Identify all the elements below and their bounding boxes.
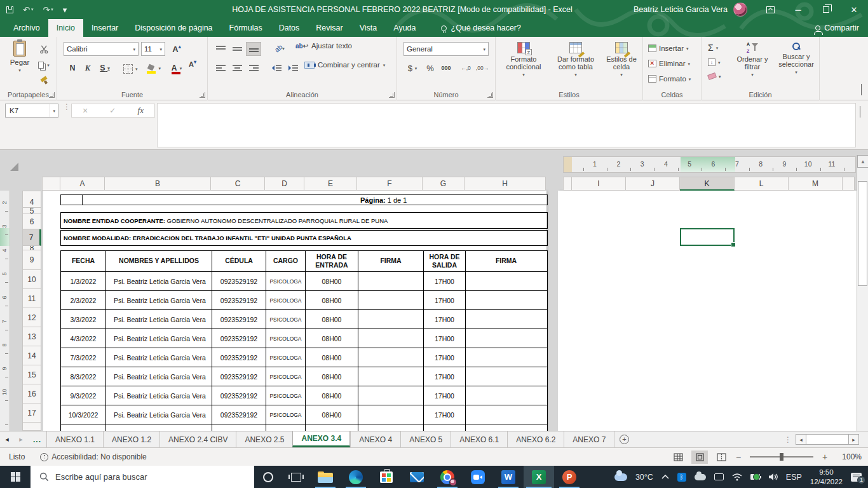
percent-format-button[interactable]: %	[424, 61, 437, 75]
wrap-text-button[interactable]: ab↩ Ajustar texto	[295, 42, 352, 50]
tell-me-search[interactable]: ¿Qué desea hacer?	[441, 19, 522, 37]
column-header-l[interactable]: L	[735, 177, 789, 191]
ribbon-tab-archivo[interactable]: Archivo	[5, 19, 48, 37]
attendance-cell[interactable]: 17H00	[423, 405, 465, 424]
attendance-cell[interactable]	[465, 348, 546, 367]
clear-button[interactable]: ▾	[708, 74, 721, 79]
number-dialog-launcher-icon[interactable]	[487, 92, 493, 98]
zoom-level[interactable]: 100%	[839, 452, 862, 461]
column-header-h[interactable]: H	[465, 177, 546, 191]
attendance-cell[interactable]: 0923529192	[212, 367, 266, 386]
attendance-row[interactable]: 10/3/2022Psi. Beatriz Leticia Garcia Ver…	[61, 405, 547, 424]
sheet-tab-anexo-3-4[interactable]: ANEXO 3.4	[292, 431, 350, 447]
zoom-slider-thumb[interactable]	[780, 453, 783, 461]
merge-center-button[interactable]: Combinar y centrar▾	[304, 61, 385, 69]
taskbar-powerpoint[interactable]: P	[554, 466, 585, 488]
attendance-cell[interactable]: Psi. Beatriz Leticia Garcia Vera	[105, 272, 212, 290]
zoom-out-icon[interactable]: −	[735, 452, 742, 462]
sheet-tab-anexo-2-5[interactable]: ANEXO 2.5	[236, 431, 292, 447]
ribbon-tab-insertar[interactable]: Insertar	[83, 19, 126, 37]
new-sheet-button[interactable]: +	[614, 431, 634, 447]
cut-button[interactable]	[36, 42, 52, 56]
attendance-cell[interactable]: 10/3/2022	[61, 405, 105, 424]
taskbar-store[interactable]	[371, 466, 402, 488]
decrease-indent-button[interactable]	[269, 61, 284, 75]
fill-color-button[interactable]: ▾	[144, 61, 164, 75]
align-right-button[interactable]	[246, 61, 261, 75]
bold-button[interactable]: N	[66, 61, 79, 75]
column-header-c[interactable]: C	[211, 177, 265, 191]
attendance-cell[interactable]: Psi. Beatriz Leticia Garcia Vera	[105, 310, 212, 329]
align-top-button[interactable]	[213, 42, 228, 56]
attendance-cell[interactable]: Psi. Beatriz Leticia Garcia Vera	[105, 405, 212, 424]
format-painter-button[interactable]	[36, 74, 52, 88]
task-view-button[interactable]	[282, 466, 310, 488]
column-header-b[interactable]: B	[105, 177, 211, 191]
attendance-cell[interactable]	[465, 291, 546, 309]
attendance-cell[interactable]: 08H00	[305, 348, 358, 367]
attendance-cell[interactable]: 9/3/2022	[61, 386, 105, 405]
attendance-cell[interactable]: 17H00	[423, 348, 465, 367]
doc-page-field-row[interactable]: Página: 1 de 1	[60, 194, 548, 205]
cancel-entry-icon[interactable]: ×	[83, 105, 88, 116]
minimize-icon[interactable]: ─	[784, 0, 812, 19]
attendance-cell[interactable]: 0923529192	[212, 424, 266, 431]
conditional-formatting-button[interactable]: ≠ Formato condicional▾	[499, 42, 548, 77]
doc-entity-row[interactable]: NOMBRE ENTIDAD COOPERANTE: GOBIERNO AUTO…	[60, 212, 548, 229]
attendance-cell[interactable]	[358, 310, 423, 329]
attendance-cell[interactable]: 08H00	[305, 329, 358, 348]
close-icon[interactable]: ✕	[840, 0, 868, 19]
autosum-button[interactable]: Σ▾	[708, 43, 718, 52]
ribbon-tab-vista[interactable]: Vista	[351, 19, 386, 37]
hscroll-left-icon[interactable]: ◂	[796, 434, 806, 445]
namebox-resizer[interactable]: ⋮	[63, 105, 67, 109]
attendance-cell[interactable]: 08H00	[305, 367, 358, 386]
column-header-d[interactable]: D	[265, 177, 304, 191]
attendance-cell[interactable]: PSICOLOGA	[266, 405, 305, 424]
attendance-cell[interactable]: Psi. Beatriz Leticia Garcia Vera	[105, 348, 212, 367]
column-header-a[interactable]: A	[60, 177, 105, 191]
sheet-tab-anexo-1-1[interactable]: ANEXO 1.1	[46, 431, 103, 447]
column-header-i[interactable]: I	[572, 177, 626, 191]
taskbar-mail[interactable]	[402, 466, 432, 488]
increase-indent-button[interactable]	[285, 61, 301, 75]
vertical-scroll-thumb[interactable]	[858, 181, 867, 286]
attendance-row[interactable]: 11/3/2022Psi. Beatriz Leticia Garcia Ver…	[61, 424, 547, 431]
column-header-k[interactable]: K	[680, 177, 735, 191]
italic-button[interactable]: K	[81, 61, 94, 75]
insert-function-icon[interactable]: fx	[138, 105, 144, 116]
tabbar-resizer[interactable]: ⋮	[784, 431, 796, 447]
row-header-11[interactable]: 11	[22, 289, 41, 308]
zoom-in-icon[interactable]: +	[821, 452, 829, 462]
attendance-cell[interactable]	[358, 348, 423, 367]
normal-view-button[interactable]	[670, 451, 686, 464]
row-header-12[interactable]: 12	[22, 308, 41, 327]
row-header-17[interactable]: 17	[22, 403, 41, 423]
sheet-tab-anexo-7[interactable]: ANEXO 7	[564, 431, 614, 447]
sheet-tabs-overflow[interactable]: ...	[28, 431, 46, 447]
attendance-cell[interactable]	[358, 272, 423, 290]
row-header-10[interactable]: 10	[22, 270, 41, 289]
doc-modality-row[interactable]: NOMBRE MODALIDAD: ERRADICACION DEL TRABA…	[60, 230, 548, 246]
taskbar-search[interactable]: Escribe aquí para buscar	[31, 466, 254, 488]
attendance-cell[interactable]: PSICOLOGA	[266, 329, 305, 348]
save-icon[interactable]	[6, 6, 13, 13]
attendance-cell[interactable]: 08H00	[305, 291, 358, 309]
attendance-cell[interactable]: PSICOLOGA	[266, 272, 305, 290]
attendance-cell[interactable]: Psi. Beatriz Leticia Garcia Vera	[105, 329, 212, 348]
user-avatar[interactable]	[733, 3, 747, 17]
row-header-6[interactable]: 6	[22, 214, 41, 229]
attendance-row[interactable]: 9/3/2022Psi. Beatriz Leticia Garcia Vera…	[61, 386, 547, 405]
wifi-icon[interactable]	[732, 473, 742, 481]
taskbar-word[interactable]: W	[493, 466, 524, 488]
align-left-button[interactable]	[213, 61, 228, 75]
attendance-cell[interactable]: 17H00	[423, 367, 465, 386]
attendance-cell[interactable]: 17H00	[423, 329, 465, 348]
attendance-cell[interactable]: 17H00	[423, 272, 465, 290]
column-header-m[interactable]: M	[789, 177, 843, 191]
bluetooth-icon[interactable]: ᛒ	[677, 473, 686, 482]
onedrive-icon[interactable]	[695, 474, 706, 480]
attendance-cell[interactable]	[465, 329, 546, 348]
attendance-cell[interactable]: 3/3/2022	[61, 310, 105, 329]
attendance-cell[interactable]	[358, 367, 423, 386]
